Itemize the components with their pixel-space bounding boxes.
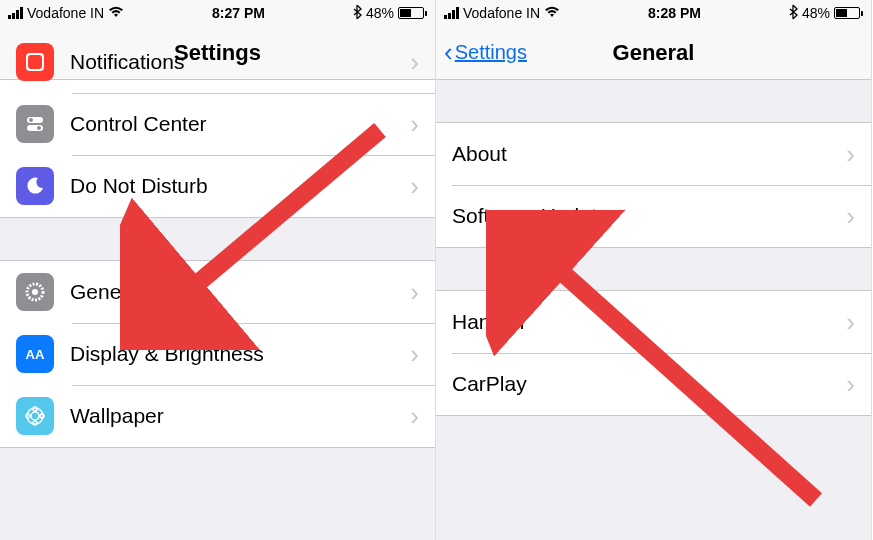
- gear-icon: [16, 273, 54, 311]
- general-group-2: Handoff › CarPlay ›: [436, 290, 871, 416]
- row-wallpaper[interactable]: Wallpaper ›: [0, 385, 435, 447]
- general-group-1: About › Software Update ›: [436, 122, 871, 248]
- row-label: General: [70, 280, 410, 304]
- control-center-icon: [16, 105, 54, 143]
- row-display-brightness[interactable]: AA Display & Brightness ›: [0, 323, 435, 385]
- svg-text:AA: AA: [26, 347, 45, 362]
- status-bar: Vodafone IN 8:28 PM 48%: [436, 0, 871, 26]
- settings-group-2: General › AA Display & Brightness › Wall…: [0, 260, 435, 448]
- row-label: CarPlay: [452, 372, 846, 396]
- chevron-right-icon: ›: [410, 171, 419, 202]
- row-software-update[interactable]: Software Update ›: [436, 185, 871, 247]
- bluetooth-icon: [353, 5, 362, 22]
- chevron-right-icon: ›: [846, 369, 855, 400]
- row-do-not-disturb[interactable]: Do Not Disturb ›: [0, 155, 435, 217]
- svg-point-3: [29, 118, 33, 122]
- wifi-icon: [544, 5, 560, 21]
- svg-point-11: [33, 407, 37, 411]
- row-label: Control Center: [70, 112, 410, 136]
- row-carplay[interactable]: CarPlay ›: [436, 353, 871, 415]
- screen-settings: Vodafone IN 8:27 PM 48% Settings Notific…: [0, 0, 436, 540]
- svg-rect-1: [28, 55, 42, 69]
- svg-point-14: [40, 414, 44, 418]
- chevron-right-icon: ›: [846, 139, 855, 170]
- status-bar: Vodafone IN 8:27 PM 48%: [0, 0, 435, 26]
- svg-point-13: [26, 414, 30, 418]
- chevron-right-icon: ›: [846, 201, 855, 232]
- wallpaper-icon: [16, 397, 54, 435]
- svg-point-5: [37, 126, 41, 130]
- nav-bar: ‹ Settings General: [436, 26, 871, 80]
- back-button[interactable]: ‹ Settings: [444, 37, 527, 68]
- row-label: About: [452, 142, 846, 166]
- status-time: 8:28 PM: [648, 5, 701, 21]
- chevron-right-icon: ›: [846, 307, 855, 338]
- row-label: Display & Brightness: [70, 342, 410, 366]
- signal-icon: [444, 7, 459, 19]
- row-notifications[interactable]: Notifications ›: [0, 31, 435, 93]
- bluetooth-icon: [789, 5, 798, 22]
- settings-group-1: Notifications › Control Center › Do Not …: [0, 30, 435, 218]
- row-label: Notifications: [70, 50, 410, 74]
- screen-general: Vodafone IN 8:28 PM 48% ‹ Settings Gener…: [436, 0, 872, 540]
- battery-pct: 48%: [802, 5, 830, 21]
- row-handoff[interactable]: Handoff ›: [436, 291, 871, 353]
- row-label: Do Not Disturb: [70, 174, 410, 198]
- signal-icon: [8, 7, 23, 19]
- battery-pct: 48%: [366, 5, 394, 21]
- svg-point-12: [33, 421, 37, 425]
- carrier-label: Vodafone IN: [463, 5, 540, 21]
- display-icon: AA: [16, 335, 54, 373]
- row-label: Handoff: [452, 310, 846, 334]
- dnd-icon: [16, 167, 54, 205]
- battery-icon: [834, 7, 863, 19]
- chevron-right-icon: ›: [410, 401, 419, 432]
- svg-point-7: [32, 289, 38, 295]
- row-label: Wallpaper: [70, 404, 410, 428]
- row-about[interactable]: About ›: [436, 123, 871, 185]
- status-time: 8:27 PM: [212, 5, 265, 21]
- chevron-right-icon: ›: [410, 109, 419, 140]
- svg-point-10: [31, 412, 39, 420]
- wifi-icon: [108, 5, 124, 21]
- row-control-center[interactable]: Control Center ›: [0, 93, 435, 155]
- back-label: Settings: [455, 41, 527, 64]
- row-label: Software Update: [452, 204, 846, 228]
- chevron-left-icon: ‹: [444, 37, 453, 68]
- chevron-right-icon: ›: [410, 339, 419, 370]
- chevron-right-icon: ›: [410, 277, 419, 308]
- notifications-icon: [16, 43, 54, 81]
- row-general[interactable]: General ›: [0, 261, 435, 323]
- battery-icon: [398, 7, 427, 19]
- page-title: General: [613, 40, 695, 66]
- carrier-label: Vodafone IN: [27, 5, 104, 21]
- chevron-right-icon: ›: [410, 47, 419, 78]
